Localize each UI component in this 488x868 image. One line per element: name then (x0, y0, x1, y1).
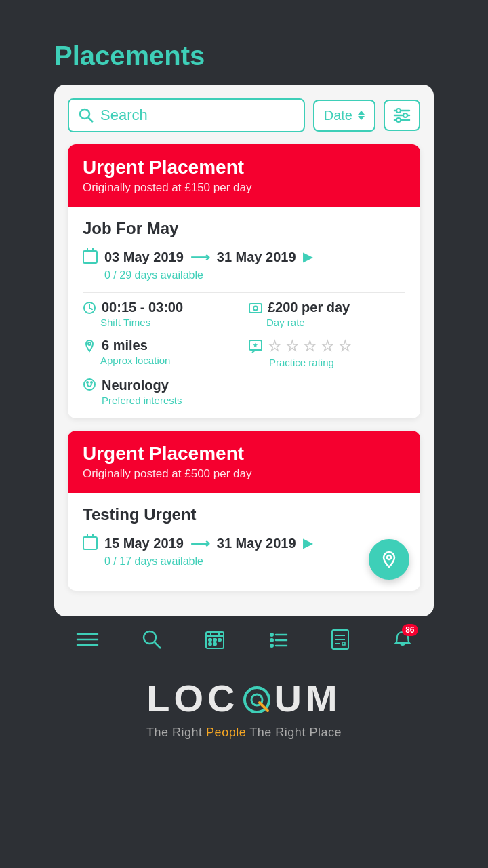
urgent-header-2: Urgent Placement Originally posted at £5… (68, 431, 420, 493)
date-end-1: 31 May 2019 (217, 250, 296, 265)
logo-text: LOC UM (146, 676, 341, 720)
urgent-subtitle-1: Originally posted at £150 per day (83, 181, 405, 195)
logo-q-icon (239, 682, 274, 717)
card-body-1: Job For May 03 May 2019 ⟶ 31 May 2019 ▶ … (68, 207, 420, 418)
tagline-highlight: People (206, 726, 246, 739)
distance-value: 6 miles (102, 338, 148, 353)
date-filter-dropdown[interactable]: Date (313, 100, 375, 132)
page-title: Placements (54, 41, 205, 71)
practice-rating-label: Practice rating (269, 357, 405, 368)
svg-point-16 (91, 382, 92, 383)
svg-point-32 (270, 633, 274, 637)
shift-time-main: 00:15 - 03:00 (83, 300, 239, 315)
money-icon (249, 301, 262, 315)
calendar-icon-1 (83, 250, 98, 264)
play-icon-1: ▶ (303, 250, 312, 264)
urgent-title-1: Urgent Placement (83, 157, 405, 178)
svg-point-14 (84, 379, 95, 390)
svg-point-11 (88, 342, 91, 345)
menu-icon (76, 630, 99, 649)
star-3: ☆ (303, 338, 317, 355)
card-body-2: Testing Urgent 15 May 2019 ⟶ 31 May 2019… (68, 493, 420, 591)
svg-rect-27 (209, 639, 211, 641)
search-icon (79, 108, 94, 123)
svg-point-5 (396, 108, 401, 113)
star-1: ☆ (268, 338, 281, 355)
logo-o-special (239, 676, 274, 720)
play-icon-2: ▶ (303, 536, 312, 551)
distance-label: Approx location (100, 355, 239, 366)
day-rate-main: £200 per day (249, 300, 405, 315)
tagline-part2: The Right Place (246, 726, 342, 739)
arrow-right-1: ⟶ (190, 249, 210, 265)
nav-item-calendar[interactable] (205, 629, 225, 650)
chat-star-icon: ★ (249, 340, 262, 353)
svg-line-1 (89, 118, 94, 123)
urgent-header-1: Urgent Placement Originally posted at £1… (68, 144, 420, 207)
arrow-right-2: ⟶ (190, 535, 210, 551)
nav-item-notifications[interactable]: 86 (392, 629, 413, 650)
job-title-2: Testing Urgent (83, 505, 405, 524)
date-filter-label: Date (324, 108, 352, 123)
svg-point-36 (270, 644, 274, 648)
filter-icon (393, 108, 411, 123)
nav-item-menu[interactable] (76, 630, 99, 649)
fab-location-button[interactable] (369, 539, 409, 580)
placement-card-2: Urgent Placement Originally posted at £5… (68, 431, 420, 591)
search-label: Search (100, 106, 148, 124)
date-arrows-icon (358, 111, 365, 120)
svg-point-17 (387, 555, 391, 559)
svg-point-6 (403, 113, 407, 117)
days-available-2: 0 / 17 days available (104, 555, 405, 568)
svg-rect-29 (218, 639, 221, 641)
distance-main: 6 miles (83, 338, 239, 353)
search-nav-icon (142, 629, 162, 650)
logo-area: LOC UM The Right People The Right Place (146, 676, 342, 740)
date-start-2: 15 May 2019 (104, 536, 184, 551)
fab-location-icon (380, 550, 399, 569)
day-rate-label: Day rate (266, 317, 405, 328)
nav-item-list[interactable] (268, 629, 288, 650)
info-grid-1: 00:15 - 03:00 Shift Times £200 per day D… (83, 300, 405, 368)
invoice-icon (331, 629, 350, 650)
svg-point-7 (396, 118, 401, 122)
shift-time-value: 00:15 - 03:00 (102, 300, 183, 315)
date-row-2: 15 May 2019 ⟶ 31 May 2019 ▶ (83, 535, 405, 551)
tagline: The Right People The Right Place (146, 726, 342, 740)
interest-icon (83, 378, 96, 391)
svg-rect-30 (209, 643, 211, 645)
star-4: ☆ (321, 338, 334, 355)
shift-time-item: 00:15 - 03:00 Shift Times (83, 300, 239, 328)
notification-badge: 86 (402, 624, 418, 636)
shift-time-label: Shift Times (100, 317, 239, 328)
svg-point-15 (87, 382, 88, 383)
svg-text:★: ★ (253, 342, 258, 349)
practice-rating-main: ★ ☆ ☆ ☆ ☆ ☆ (249, 338, 405, 355)
nav-item-invoice[interactable] (331, 629, 350, 650)
interest-label: Prefered interests (102, 395, 182, 406)
clock-icon (83, 301, 96, 315)
date-end-2: 31 May 2019 (217, 536, 296, 551)
search-input-wrapper[interactable]: Search (68, 98, 305, 132)
star-5: ☆ (338, 338, 352, 355)
days-available-1: 0 / 29 days available (104, 269, 405, 281)
nav-item-search[interactable] (142, 629, 162, 650)
calendar-nav-icon (205, 629, 225, 650)
practice-rating-item: ★ ☆ ☆ ☆ ☆ ☆ Practice rating (249, 338, 405, 368)
star-2: ☆ (285, 338, 299, 355)
svg-point-10 (253, 306, 258, 310)
bottom-navigation: 86 (54, 616, 434, 660)
date-row-1: 03 May 2019 ⟶ 31 May 2019 ▶ (83, 249, 405, 265)
day-rate-item: £200 per day Day rate (249, 300, 405, 328)
svg-rect-9 (249, 304, 262, 313)
svg-point-34 (270, 638, 274, 642)
day-rate-value: £200 per day (268, 300, 350, 315)
urgent-subtitle-2: Originally posted at £500 per day (83, 467, 405, 481)
placement-card-1: Urgent Placement Originally posted at £1… (68, 144, 420, 418)
svg-rect-31 (214, 643, 216, 645)
calendar-icon-2 (83, 536, 98, 550)
svg-rect-28 (214, 639, 216, 641)
interest-value: Neurology (102, 378, 182, 393)
divider-1 (83, 292, 405, 293)
filter-button[interactable] (384, 100, 420, 131)
